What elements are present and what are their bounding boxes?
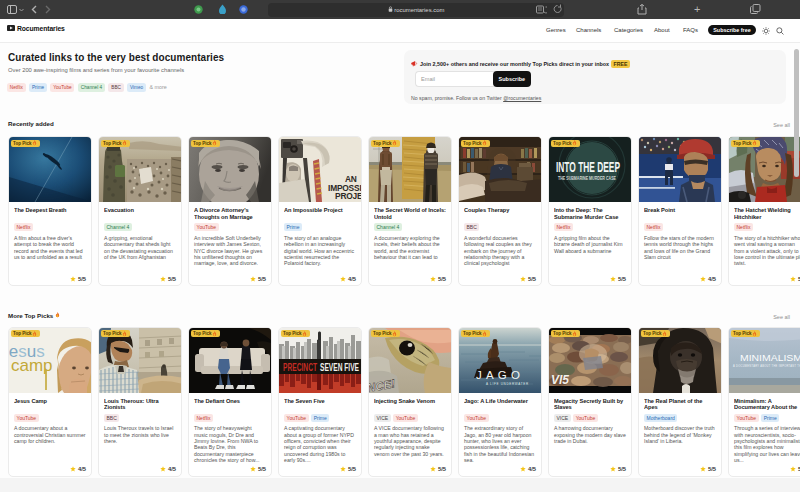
svg-text:INTO THE DEEP: INTO THE DEEP [556,159,620,175]
svg-text:SEVEN FIVE: SEVEN FIVE [320,361,359,373]
svg-text:A LIFE UNDERWATER: A LIFE UNDERWATER [486,382,529,386]
svg-text:THE SUBMARINE MURDER CASE: THE SUBMARINE MURDER CASE [558,175,616,181]
svg-text:MINIMALISM: MINIMALISM [740,352,800,363]
svg-text:PRECINCT: PRECINCT [283,361,317,373]
svg-text:PROJECT: PROJECT [335,191,362,201]
svg-text:JAGO: JAGO [476,369,524,381]
svg-text:A DOCUMENTARY ABOUT THE IMPORT: A DOCUMENTARY ABOUT THE IMPORTANT THINGS [733,364,800,368]
svg-text:VI5: VI5 [551,373,569,387]
